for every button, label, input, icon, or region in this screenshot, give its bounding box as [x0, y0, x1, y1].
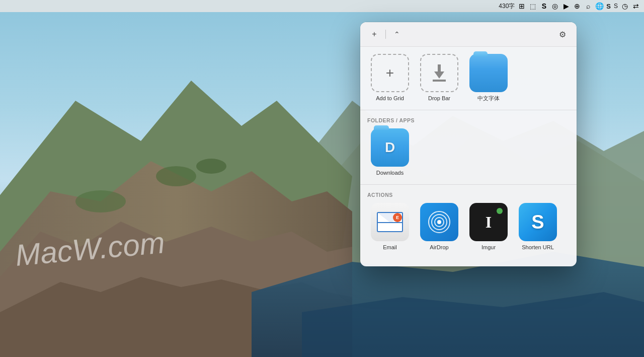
menubar-word-count: 430字 — [499, 2, 515, 11]
actions-items: E Email AirDrop — [367, 203, 570, 251]
imgur-letter: I — [486, 213, 492, 232]
arrows-menu-icon[interactable]: ⇄ — [632, 2, 640, 10]
imgur-item[interactable]: I Imgur — [466, 203, 511, 251]
arrow-base — [433, 80, 446, 82]
downloads-item[interactable]: D Downloads — [367, 128, 413, 176]
folders-apps-items: D Downloads — [367, 128, 570, 176]
sougou-s-icon: S — [606, 3, 611, 10]
downloads-label: Downloads — [376, 170, 404, 176]
sougou-text: S — [614, 3, 618, 10]
watermark: MacW.com — [14, 225, 167, 273]
imgur-icon: I — [469, 203, 508, 241]
section-divider-1 — [360, 110, 577, 110]
collapse-button[interactable]: ⌃ — [390, 27, 404, 41]
svg-point-2 — [196, 159, 226, 174]
email-envelope: E — [377, 212, 403, 232]
drop-bar-icon — [420, 54, 458, 92]
downloads-folder-letter: D — [385, 139, 395, 156]
airdrop-icon — [420, 203, 458, 241]
email-icon: E — [371, 203, 409, 241]
airdrop-rings — [428, 210, 451, 234]
actions-header: ACTIONS — [367, 192, 570, 198]
svg-point-1 — [156, 166, 196, 186]
capture-menu-icon[interactable]: ⬚ — [529, 2, 537, 10]
globe-menu-icon[interactable]: 🌐 — [595, 2, 603, 10]
grid-menu-icon[interactable]: ⊞ — [518, 2, 526, 10]
top-items-row: + Add to Grid Drop Bar 中文字 — [367, 54, 570, 102]
chinese-font-item[interactable]: 中文字体 — [466, 54, 511, 102]
shorten-url-icon: S — [519, 203, 557, 241]
header-divider — [385, 30, 386, 39]
add-to-grid-item[interactable]: + Add to Grid — [367, 54, 413, 102]
email-item[interactable]: E Email — [367, 203, 413, 251]
eye-menu-icon[interactable]: ◎ — [551, 2, 559, 10]
word-count-label: 430字 — [499, 2, 515, 11]
panel-header: + ⌃ ⚙ — [360, 22, 577, 47]
drop-bar-item[interactable]: Drop Bar — [417, 54, 462, 102]
sougou-menu-item[interactable]: S — [606, 3, 611, 10]
search-circle-menu-icon[interactable]: ⊕ — [573, 2, 581, 10]
menubar: 430字 ⊞ ⬚ S ◎ ▶ ⊕ ⌕ 🌐 S S ◷ ⇄ — [0, 0, 644, 12]
imgur-green-dot — [497, 208, 503, 214]
downloads-folder-icon: D — [371, 128, 409, 167]
sougou-label[interactable]: S — [614, 3, 618, 10]
magnify-menu-icon[interactable]: ⌕ — [584, 2, 592, 10]
section-divider-2 — [360, 184, 577, 185]
folders-apps-section: FOLDERS / APPS D Downloads — [367, 117, 570, 176]
drop-bar-label: Drop Bar — [428, 95, 450, 102]
email-label: Email — [383, 244, 397, 251]
svg-point-3 — [75, 190, 126, 212]
settings-button[interactable]: ⚙ — [555, 27, 570, 41]
collapse-icon: ⌃ — [394, 30, 400, 38]
s-menu-icon[interactable]: S — [540, 2, 548, 10]
shorten-url-label: Shorten URL — [522, 244, 554, 251]
header-left-buttons: + ⌃ — [367, 27, 404, 41]
chinese-font-label: 中文字体 — [477, 95, 500, 102]
gear-icon: ⚙ — [559, 30, 566, 39]
arrow-stem — [438, 64, 441, 72]
add-button[interactable]: + — [367, 27, 381, 41]
plus-icon: + — [386, 66, 394, 80]
chinese-font-icon — [469, 54, 508, 92]
actions-section: ACTIONS E Email — [367, 192, 570, 266]
airdrop-item[interactable]: AirDrop — [417, 203, 462, 251]
airdrop-label: AirDrop — [430, 244, 448, 251]
imgur-label: Imgur — [481, 244, 496, 251]
shorten-url-item[interactable]: S Shorten URL — [515, 203, 560, 251]
add-to-grid-label: Add to Grid — [376, 95, 404, 102]
download-arrow-shape — [432, 64, 446, 82]
arrow-head — [434, 72, 444, 79]
add-icon: + — [372, 30, 376, 39]
video-menu-icon[interactable]: ▶ — [562, 2, 570, 10]
panel-body: + Add to Grid Drop Bar 中文字 — [360, 47, 577, 266]
yoink-panel: + ⌃ ⚙ + Add to Grid — [360, 22, 577, 266]
history-menu-icon[interactable]: ◷ — [621, 2, 629, 10]
add-to-grid-icon: + — [371, 54, 409, 92]
shorten-s-letter: S — [531, 211, 544, 233]
folders-apps-header: FOLDERS / APPS — [367, 117, 570, 123]
